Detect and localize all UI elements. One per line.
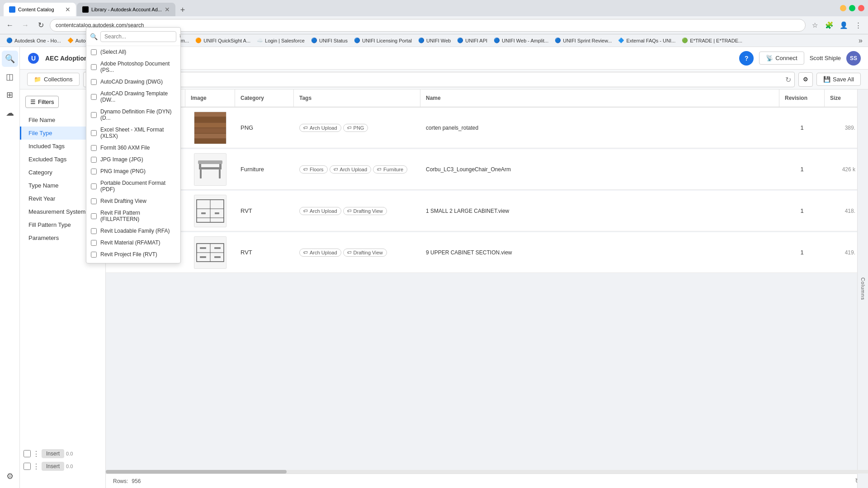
browser-chrome: Content Catalog ✕ Library - Autodesk Acc… xyxy=(0,0,868,16)
bookmark-autodesk-one[interactable]: 🔵Autodesk One - Ho... xyxy=(4,37,64,45)
tab-title-active: Content Catalog xyxy=(18,7,62,12)
tab-add-button[interactable]: + xyxy=(176,4,189,16)
user-avatar[interactable]: SS xyxy=(846,51,861,66)
nav-settings-button[interactable]: ⚙ xyxy=(2,468,18,484)
bookmarks-more[interactable]: » xyxy=(857,37,864,45)
extensions-button[interactable]: 🧩 xyxy=(823,19,835,32)
svg-rect-26 xyxy=(201,212,206,214)
table-row: 🏛 AEC Architecture xyxy=(106,191,868,231)
bookmark-unifi-status[interactable]: 🔵UNIFI Status xyxy=(308,37,350,45)
tag-icon-drafting-3: 🏷 xyxy=(347,208,352,213)
table-scrollbar-thumb xyxy=(106,470,287,474)
tab-favicon-2 xyxy=(82,6,89,13)
svg-rect-4 xyxy=(194,117,226,122)
td-tags-2: 🏷 Floors 🏷 Arch Upload 🏷 Furniture xyxy=(294,162,420,177)
svg-rect-15 xyxy=(199,167,222,169)
image-thumb-3 xyxy=(194,195,226,227)
insert-button-2[interactable]: Insert xyxy=(42,462,64,471)
dropdown-option-revit-schedule[interactable]: Revit Schedule xyxy=(86,260,180,263)
table-header: Collection Image Category Tags Name xyxy=(106,89,868,108)
tab-close-active[interactable]: ✕ xyxy=(65,6,71,13)
image-thumb-4 xyxy=(194,236,226,269)
table-scrollbar-h[interactable] xyxy=(106,470,868,474)
svg-rect-34 xyxy=(200,256,206,258)
save-all-button[interactable]: 💾 Save All xyxy=(816,73,861,86)
td-tags-1: 🏷 Arch Upload 🏷 PNG xyxy=(294,120,420,136)
svg-rect-18 xyxy=(200,169,202,178)
td-image-4 xyxy=(185,233,235,272)
nav-search-button[interactable]: 🔍 xyxy=(2,51,18,67)
minimize-button[interactable] xyxy=(840,5,846,11)
svg-rect-20 xyxy=(198,160,222,164)
td-image-2 xyxy=(185,150,235,189)
tag-arch-upload-2: 🏷 Arch Upload xyxy=(330,165,372,174)
nav-grid-button[interactable]: ⊞ xyxy=(2,87,18,103)
maximize-button[interactable] xyxy=(849,5,855,11)
nav-cloud-button[interactable]: ☁ xyxy=(2,105,18,121)
filter-icon: ☰ xyxy=(30,99,36,105)
dropdown-option-dynamo[interactable]: Dynamo Definition File (DYN) (D... xyxy=(86,106,180,124)
svg-rect-35 xyxy=(214,256,221,258)
browser-tab-active[interactable]: Content Catalog ✕ xyxy=(4,3,76,16)
bookmark-unifi-api[interactable]: 🔵UNIFI API xyxy=(454,37,490,45)
row-menu-icon-1[interactable]: ⋮ xyxy=(33,450,40,458)
refresh-button[interactable]: ↻ xyxy=(34,19,47,32)
tag-drafting-view-4: 🏷 Drafting View xyxy=(343,249,387,257)
browser-tab-inactive[interactable]: Library - Autodesk Account Ad... ✕ xyxy=(77,3,175,16)
filter-icon-button[interactable]: ⚙ xyxy=(798,72,813,87)
forward-button[interactable]: → xyxy=(19,19,32,32)
td-size-2: 426 k xyxy=(825,163,861,176)
dropdown-option-excel[interactable]: Excel Sheet - XML Format (XLSX) xyxy=(86,124,180,142)
dropdown-option-revit-project[interactable]: Revit Project File (RVT) xyxy=(86,249,180,260)
columns-tab[interactable]: Columns xyxy=(857,89,868,488)
table-body: 🏛 AEC Architecture xyxy=(106,108,868,470)
tab-close-inactive[interactable]: ✕ xyxy=(165,6,170,13)
collections-folder-icon: 📁 xyxy=(34,76,41,83)
dropdown-option-jpg[interactable]: JPG Image (JPG) xyxy=(86,154,180,165)
tag-icon-png: 🏷 xyxy=(347,125,352,130)
bookmark-licensing-portal[interactable]: 🔵UNIFI Licensing Portal xyxy=(351,37,415,45)
td-revision-4: 1 xyxy=(779,245,825,259)
th-revision: Revision xyxy=(779,89,825,107)
browser-menu-button[interactable]: ⋮ xyxy=(852,19,864,32)
dropdown-option-revit-family[interactable]: Revit Loadable Family (RFA) xyxy=(86,225,180,237)
td-category-1: PNG xyxy=(235,121,294,135)
close-button[interactable] xyxy=(858,5,864,11)
table-area: Collection Image Category Tags Name xyxy=(106,89,868,488)
row-checkbox-1[interactable] xyxy=(24,450,31,457)
bookmark-unifi-quicksight[interactable]: 🟠UNIFI QuickSight A... xyxy=(193,37,253,45)
dropdown-option-autocad-dwt[interactable]: AutoCAD Drawing Template (DW... xyxy=(86,89,180,106)
file-type-dropdown: 🔍 ↻ (Select All) Adobe Photoshop Documen… xyxy=(86,89,181,263)
svg-rect-19 xyxy=(219,169,221,178)
image-thumb-1 xyxy=(194,112,226,144)
profile-button[interactable]: 👤 xyxy=(837,19,850,32)
bookmark-unifi-sprint[interactable]: 🔵UNIFI Sprint Review... xyxy=(552,37,614,45)
dropdown-option-revit-drafting[interactable]: Revit Drafting View xyxy=(86,195,180,207)
bookmark-unifi-amplit[interactable]: 🔵UNIFI Web - Amplit... xyxy=(491,37,551,45)
main-content: U AEC Adoption US ▼ ? 📡 Connect Scott Sh… xyxy=(20,47,868,488)
svg-rect-7 xyxy=(194,134,226,138)
dropdown-option-pdf[interactable]: Portable Document Format (PDF) xyxy=(86,177,180,195)
collections-button[interactable]: 📁 Collections xyxy=(27,73,80,86)
dropdown-option-formit[interactable]: FormIt 360 AXM File xyxy=(86,142,180,154)
back-button[interactable]: ← xyxy=(4,19,16,32)
search-refresh-icon[interactable]: ↻ xyxy=(785,75,791,84)
help-button[interactable]: ? xyxy=(739,51,754,66)
bookmark-salesforce[interactable]: ☁️Login | Salesforce xyxy=(254,37,307,45)
dropdown-option-revit-material[interactable]: Revit Material (RFAMAT) xyxy=(86,237,180,249)
insert-button-1[interactable]: Insert xyxy=(42,449,64,458)
bookmark-unifi-web[interactable]: 🔵UNIFI Web xyxy=(415,37,453,45)
row-menu-icon-2[interactable]: ⋮ xyxy=(33,462,40,471)
bookmark-star-button[interactable]: ☆ xyxy=(808,19,821,32)
nav-layers-button[interactable]: ◫ xyxy=(2,69,18,85)
dropdown-option-png[interactable]: PNG Image (PNG) xyxy=(86,165,180,177)
row-checkbox-2[interactable] xyxy=(24,463,31,470)
bookmark-etrade[interactable]: 🟢E*TRADE | E*TRADE... xyxy=(679,37,745,45)
dropdown-option-revit-fill[interactable]: Revit Fill Pattern (FILLPATTERN) xyxy=(86,207,180,225)
td-name-2: Corbu_LC3_LoungeChair_OneArm xyxy=(420,163,779,176)
connect-button[interactable]: 📡 Connect xyxy=(759,52,804,65)
tag-icon-2: 🏷 xyxy=(334,167,338,172)
search-input[interactable] xyxy=(83,72,795,87)
bookmark-external-faqs[interactable]: 🔷External FAQs - UNI... xyxy=(615,37,678,45)
filters-button[interactable]: ☰ Filters xyxy=(25,96,59,108)
